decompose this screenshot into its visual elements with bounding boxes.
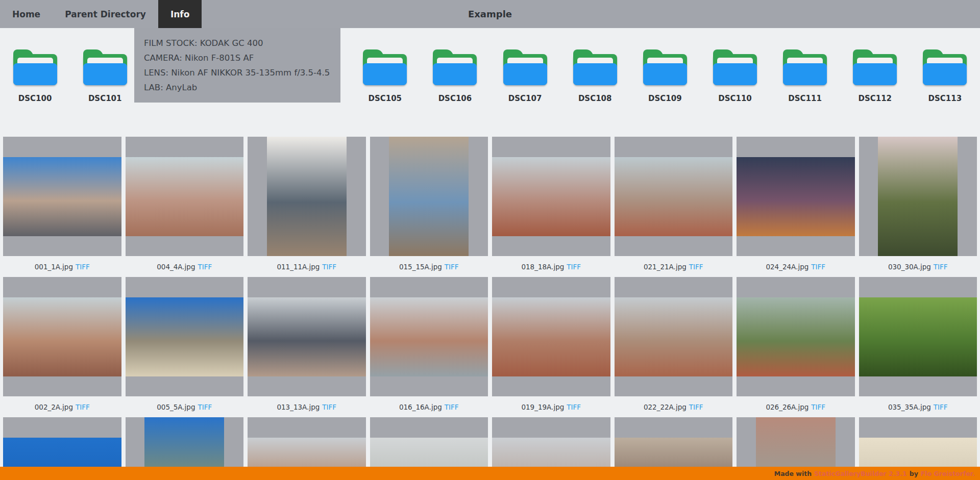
photo-filename: 018_18A.jpg: [521, 263, 564, 271]
folder-icon: [83, 49, 127, 86]
tooltip-line-camera: CAMERA: Nikon F-801S AF: [144, 50, 331, 65]
tiff-link[interactable]: TIFF: [322, 263, 336, 271]
folder-label: DSC106: [438, 94, 472, 103]
tiff-link[interactable]: TIFF: [198, 403, 212, 411]
photo-caption: 035_35A.jpgTIFF: [859, 396, 977, 417]
tiff-link[interactable]: TIFF: [198, 263, 212, 271]
tiff-link[interactable]: TIFF: [689, 403, 703, 411]
tiff-link[interactable]: TIFF: [811, 263, 825, 271]
folder-item-dsc100[interactable]: DSC100: [0, 49, 70, 103]
folder-item-dsc111[interactable]: DSC111: [770, 49, 840, 103]
photo-thumbnail[interactable]: [3, 137, 121, 256]
tiff-link[interactable]: TIFF: [689, 263, 703, 271]
photo-thumbnail[interactable]: [3, 277, 121, 396]
photo-thumbnail[interactable]: [615, 277, 733, 396]
folder-icon: [643, 49, 687, 86]
tiff-link[interactable]: TIFF: [445, 263, 459, 271]
folder-item-dsc113[interactable]: DSC113: [910, 49, 980, 103]
photo-placeholder: [370, 297, 488, 376]
photo-filename: 011_11A.jpg: [277, 263, 320, 271]
photo-filename: 019_19A.jpg: [521, 403, 564, 411]
tiff-link[interactable]: TIFF: [445, 403, 459, 411]
photo-filename: 016_16A.jpg: [399, 403, 442, 411]
tiff-link[interactable]: TIFF: [811, 403, 825, 411]
photo-caption: 019_19A.jpgTIFF: [492, 396, 610, 417]
photo-filename: 001_1A.jpg: [35, 263, 73, 271]
gallery-cell: 021_21A.jpgTIFF: [615, 137, 733, 277]
photo-thumbnail[interactable]: [859, 277, 977, 396]
tiff-link[interactable]: TIFF: [76, 403, 90, 411]
tiff-link[interactable]: TIFF: [567, 263, 581, 271]
photo-thumbnail[interactable]: [126, 137, 244, 256]
photo-thumbnail[interactable]: [370, 277, 488, 396]
folder-icon: [713, 49, 757, 86]
folder-label: DSC101: [88, 94, 122, 103]
photo-thumbnail[interactable]: [370, 137, 488, 256]
tiff-link[interactable]: TIFF: [76, 263, 90, 271]
gallery-cell: 011_11A.jpgTIFF: [248, 137, 366, 277]
folder-icon: [433, 49, 477, 86]
photo-placeholder: [492, 157, 610, 236]
gallery-cell: 035_35A.jpgTIFF: [859, 277, 977, 417]
folder-item-dsc107[interactable]: DSC107: [490, 49, 560, 103]
photo-caption: 005_5A.jpgTIFF: [126, 396, 244, 417]
folder-item-dsc109[interactable]: DSC109: [630, 49, 700, 103]
photo-thumbnail[interactable]: [737, 277, 855, 396]
tiff-link[interactable]: TIFF: [934, 263, 948, 271]
photo-filename: 030_30A.jpg: [888, 263, 931, 271]
photo-thumbnail[interactable]: [615, 137, 733, 256]
folder-item-dsc112[interactable]: DSC112: [840, 49, 910, 103]
tiff-link[interactable]: TIFF: [567, 403, 581, 411]
folder-item-dsc108[interactable]: DSC108: [560, 49, 630, 103]
photo-filename: 024_24A.jpg: [766, 263, 808, 271]
photo-placeholder: [3, 157, 121, 236]
tiff-link[interactable]: TIFF: [322, 403, 336, 411]
folder-icon: [923, 49, 967, 86]
folder-item-dsc105[interactable]: DSC105: [350, 49, 420, 103]
builder-link[interactable]: StaticGalleryBuilder 2.3.1: [814, 470, 907, 477]
footer-made-with: Made with: [774, 470, 812, 477]
folder-label: DSC110: [718, 94, 752, 103]
photo-thumbnail[interactable]: [492, 137, 610, 256]
folder-item-dsc101[interactable]: DSC101: [70, 49, 140, 103]
photo-thumbnail[interactable]: [248, 137, 366, 256]
photo-thumbnail[interactable]: [248, 277, 366, 396]
folder-label: DSC107: [508, 94, 542, 103]
photo-placeholder: [126, 297, 244, 376]
photo-thumbnail[interactable]: [492, 277, 610, 396]
folder-label: DSC113: [928, 94, 962, 103]
photo-filename: 002_2A.jpg: [35, 403, 73, 411]
gallery-cell: 018_18A.jpgTIFF: [492, 137, 610, 277]
folder-item-dsc106[interactable]: DSC106: [420, 49, 490, 103]
photo-caption: 026_26A.jpgTIFF: [737, 396, 855, 417]
photo-placeholder: [878, 137, 958, 256]
tiff-link[interactable]: TIFF: [934, 403, 948, 411]
gallery-cell: 030_30A.jpgTIFF: [859, 137, 977, 277]
gallery-cell: 016_16A.jpgTIFF: [370, 277, 488, 417]
folder-icon: [363, 49, 407, 86]
nav-item-parent-directory[interactable]: Parent Directory: [53, 0, 158, 28]
nav-item-info[interactable]: Info: [158, 0, 202, 28]
folder-icon: [853, 49, 897, 86]
gallery-cell: 015_15A.jpgTIFF: [370, 137, 488, 277]
folder-icon: [573, 49, 617, 86]
photo-thumbnail[interactable]: [126, 277, 244, 396]
photo-thumbnail[interactable]: [859, 137, 977, 256]
photo-caption: 004_4A.jpgTIFF: [126, 256, 244, 277]
footer-by: by: [910, 470, 918, 477]
photo-thumbnail[interactable]: [737, 137, 855, 256]
folder-icon: [503, 49, 547, 86]
author-link[interactable]: Flo Greistorfer.: [921, 470, 975, 477]
photo-caption: 002_2A.jpgTIFF: [3, 396, 121, 417]
photo-placeholder: [389, 137, 469, 256]
photo-filename: 026_26A.jpg: [766, 403, 808, 411]
folder-item-dsc110[interactable]: DSC110: [700, 49, 770, 103]
gallery-cell: 019_19A.jpgTIFF: [492, 277, 610, 417]
photo-filename: 005_5A.jpg: [157, 403, 195, 411]
gallery-cell: 013_13A.jpgTIFF: [248, 277, 366, 417]
gallery-cell: 026_26A.jpgTIFF: [737, 277, 855, 417]
gallery-cell: 022_22A.jpgTIFF: [615, 277, 733, 417]
photo-placeholder: [248, 297, 366, 376]
nav-item-home[interactable]: Home: [0, 0, 53, 28]
page-title: Example: [468, 0, 512, 28]
